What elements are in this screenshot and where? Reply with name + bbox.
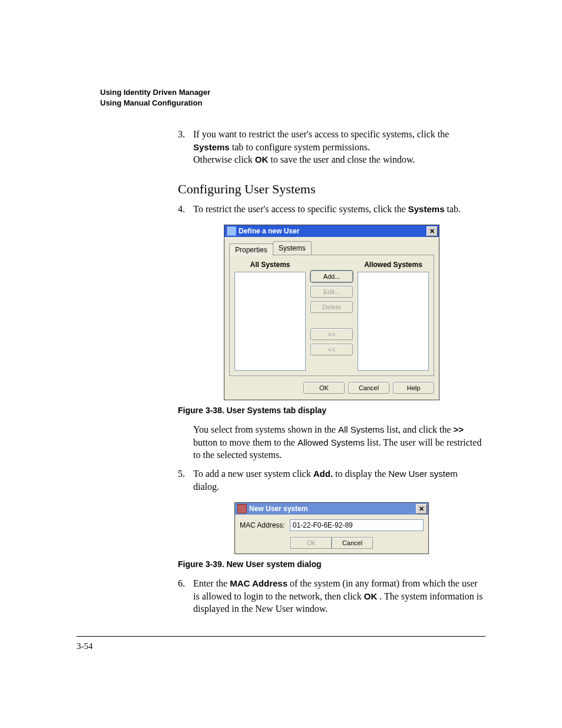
mac-address-label: MAC Address: — [240, 521, 285, 530]
step-5: 5. To add a new user system click Add. t… — [178, 467, 485, 493]
step-3-body: If you want to restrict the user's acces… — [193, 128, 485, 166]
step-6: 6. Enter the MAC Address of the system (… — [178, 577, 485, 615]
figure-38-caption: Figure 3-38. User Systems tab display — [178, 405, 485, 416]
define-new-user-dialog: Define a new User ✕ Properties Systems A… — [224, 225, 439, 400]
cancel-button[interactable]: Cancel — [348, 382, 389, 394]
close-icon: ✕ — [429, 227, 435, 236]
step-4: 4. To restrict the user's access to spec… — [178, 203, 485, 216]
running-header-line1: Using Identity Driven Manager — [100, 87, 485, 98]
step-6-number: 6. — [178, 577, 193, 615]
dialog2-ok-button[interactable]: Ok — [290, 537, 332, 549]
allowed-systems-heading: Allowed Systems — [358, 260, 429, 269]
step-6-body: Enter the MAC Address of the system (in … — [193, 577, 485, 615]
delete-button[interactable]: Delete — [310, 301, 353, 313]
tab-properties[interactable]: Properties — [229, 243, 273, 256]
all-systems-heading: All Systems — [234, 260, 306, 269]
dialog-titlebar: Define a new User ✕ — [224, 225, 439, 237]
add-button[interactable]: Add... — [310, 271, 353, 282]
mac-address-input[interactable] — [290, 519, 424, 531]
step-5-body: To add a new user system click Add. to d… — [193, 467, 485, 493]
move-right-button[interactable]: >> — [310, 328, 353, 340]
ok-button[interactable]: OK — [303, 382, 345, 394]
tab-systems[interactable]: Systems — [273, 241, 312, 255]
close-button[interactable]: ✕ — [427, 226, 438, 236]
page-number: 3-54 — [77, 641, 93, 651]
all-systems-list[interactable] — [234, 272, 306, 371]
step-4-number: 4. — [178, 203, 193, 216]
running-header-line2: Using Manual Configuration — [100, 98, 485, 108]
dialog2-app-icon — [237, 504, 247, 513]
dialog-title: Define a new User — [239, 226, 299, 236]
tabs: Properties Systems — [229, 242, 434, 255]
step-4-body: To restrict the user's access to specifi… — [193, 203, 485, 216]
edit-button[interactable]: Edit... — [310, 286, 353, 298]
help-button[interactable]: Help — [393, 382, 434, 394]
tab-panel-systems: All Systems Add... Edit... Delete >> << — [229, 255, 434, 376]
close-icon: ✕ — [419, 505, 424, 513]
dialog2-cancel-button[interactable]: Cancel — [332, 537, 373, 549]
dialog2-title: New User system — [249, 504, 308, 513]
dialog-app-icon — [227, 226, 236, 236]
figure-39-caption: Figure 3-39. New User system dialog — [178, 559, 485, 570]
step-3-number: 3. — [178, 128, 193, 166]
ok-ref: OK — [255, 154, 269, 164]
dialog2-titlebar: New User system ✕ — [235, 503, 428, 515]
running-header: Using Identity Driven Manager Using Manu… — [100, 87, 485, 108]
systems-tab-ref: Systems — [193, 142, 230, 152]
section-heading: Configuring User Systems — [178, 180, 485, 198]
step-3: 3. If you want to restrict the user's ac… — [178, 128, 485, 166]
new-user-system-dialog: New User system ✕ MAC Address: Ok Cancel — [234, 502, 429, 554]
move-left-button[interactable]: << — [310, 344, 353, 355]
page-footer: 3-54 — [77, 636, 485, 651]
paragraph-move-systems: You select from systems shown in the All… — [193, 423, 485, 462]
systems-tab-ref-2: Systems — [408, 204, 445, 214]
step-5-number: 5. — [178, 467, 193, 493]
allowed-systems-list[interactable] — [358, 272, 429, 371]
dialog2-close-button[interactable]: ✕ — [416, 504, 427, 514]
